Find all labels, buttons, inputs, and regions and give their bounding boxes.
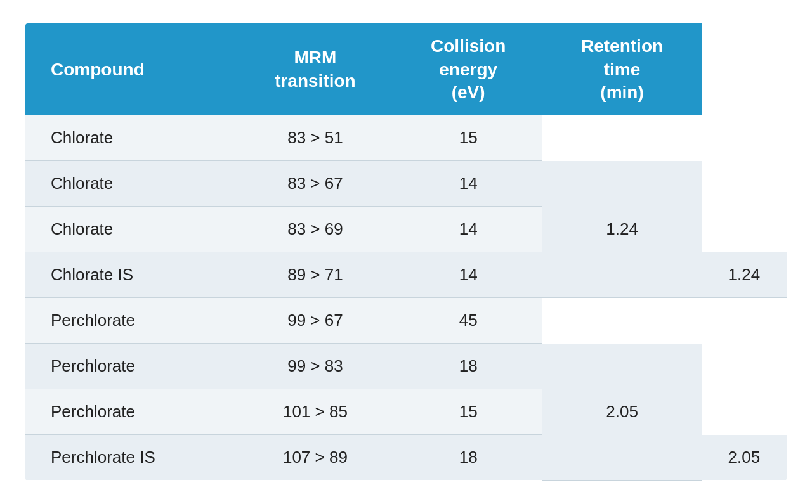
table-row: Chlorate83 > 5115 bbox=[25, 115, 787, 161]
cell-compound: Chlorate bbox=[25, 207, 237, 252]
data-table: Compound MRMtransition Collisionenergy(e… bbox=[25, 23, 787, 481]
header-mrm: MRMtransition bbox=[237, 23, 394, 115]
cell-collision: 45 bbox=[394, 298, 542, 344]
cell-collision: 14 bbox=[394, 207, 542, 252]
cell-mrm: 107 > 89 bbox=[237, 435, 394, 481]
cell-retention: 2.05 bbox=[542, 344, 701, 481]
cell-mrm: 99 > 83 bbox=[237, 344, 394, 389]
cell-collision: 15 bbox=[394, 389, 542, 435]
table-row: Perchlorate99 > 83182.05 bbox=[25, 344, 787, 389]
cell-collision: 14 bbox=[394, 252, 542, 298]
cell-compound: Perchlorate IS bbox=[25, 435, 237, 481]
cell-compound: Chlorate bbox=[25, 161, 237, 207]
cell-collision: 14 bbox=[394, 161, 542, 207]
table-header-row: Compound MRMtransition Collisionenergy(e… bbox=[25, 23, 787, 115]
cell-mrm: 89 > 71 bbox=[237, 252, 394, 298]
cell-mrm: 99 > 67 bbox=[237, 298, 394, 344]
cell-mrm: 83 > 69 bbox=[237, 207, 394, 252]
cell-mrm: 83 > 67 bbox=[237, 161, 394, 207]
cell-compound: Chlorate IS bbox=[25, 252, 237, 298]
header-compound: Compound bbox=[25, 23, 237, 115]
cell-retention: 2.05 bbox=[702, 435, 787, 481]
cell-collision: 18 bbox=[394, 435, 542, 481]
cell-compound: Chlorate bbox=[25, 115, 237, 161]
header-retention: Retentiontime(min) bbox=[542, 23, 701, 115]
cell-compound: Perchlorate bbox=[25, 389, 237, 435]
table-row: Perchlorate99 > 6745 bbox=[25, 298, 787, 344]
cell-compound: Perchlorate bbox=[25, 298, 237, 344]
cell-collision: 18 bbox=[394, 344, 542, 389]
table-body: Chlorate83 > 5115Chlorate83 > 67141.24Ch… bbox=[25, 115, 787, 480]
cell-retention: 1.24 bbox=[702, 252, 787, 298]
cell-mrm: 101 > 85 bbox=[237, 389, 394, 435]
cell-retention: 1.24 bbox=[542, 161, 701, 298]
cell-collision: 15 bbox=[394, 115, 542, 161]
cell-mrm: 83 > 51 bbox=[237, 115, 394, 161]
main-table-container: Compound MRMtransition Collisionenergy(e… bbox=[25, 23, 787, 481]
table-row: Chlorate83 > 67141.24 bbox=[25, 161, 787, 207]
header-collision: Collisionenergy(eV) bbox=[394, 23, 542, 115]
cell-compound: Perchlorate bbox=[25, 344, 237, 389]
